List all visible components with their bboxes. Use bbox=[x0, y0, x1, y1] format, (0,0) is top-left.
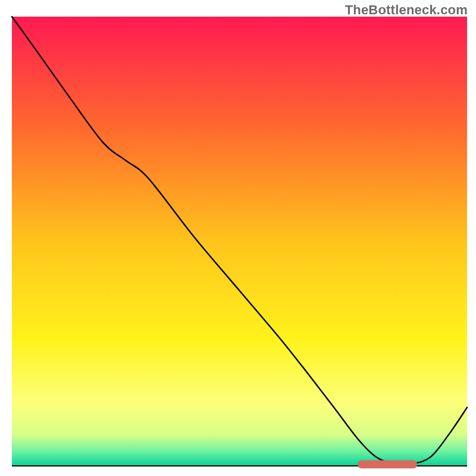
chart-container: TheBottleneck.com bbox=[0, 0, 476, 476]
watermark-label: TheBottleneck.com bbox=[345, 2, 468, 18]
optimal-range-marker bbox=[358, 461, 416, 469]
chart-svg bbox=[0, 0, 476, 476]
plot-area bbox=[12, 17, 467, 466]
gradient-background bbox=[12, 17, 467, 466]
